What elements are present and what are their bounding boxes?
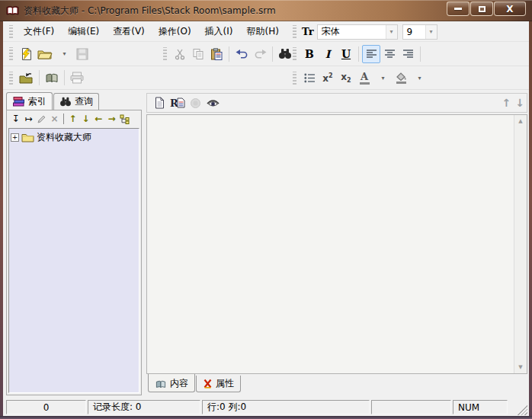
move-down-button[interactable]: ↓ (79, 113, 92, 126)
rtf-record-button[interactable]: R (168, 94, 187, 111)
underline-button[interactable]: U (337, 45, 355, 63)
vertical-scrollbar[interactable]: ▲ ▼ (514, 115, 527, 373)
insert-sibling-button[interactable]: ↦ (22, 113, 35, 126)
menu-edit[interactable]: 编辑(E) (61, 22, 106, 41)
prev-record-button[interactable]: ↑ (502, 97, 511, 109)
align-right-button[interactable] (399, 45, 417, 63)
align-center-button[interactable] (380, 45, 399, 63)
export-folder-button[interactable] (17, 69, 36, 87)
new-record-button[interactable] (151, 94, 168, 111)
font-name-combobox[interactable]: 宋体 ▾ (317, 24, 398, 40)
folder-icon (21, 133, 34, 142)
italic-button[interactable]: I (319, 45, 337, 63)
bullet-list-button[interactable] (300, 69, 319, 87)
font-color-icon: A (360, 72, 370, 85)
delete-node-button[interactable]: × (48, 113, 61, 126)
format-toolbar: B I U (291, 42, 424, 66)
subscript-label: x2 (341, 72, 351, 84)
menu-insert[interactable]: 插入(I) (198, 22, 240, 41)
menu-help[interactable]: 帮助(H) (240, 22, 286, 41)
font-color-dropdown-button[interactable]: ▾ (373, 69, 392, 87)
tab-index[interactable]: 索引 (6, 92, 53, 110)
fill-color-button[interactable] (392, 69, 410, 87)
print-button[interactable] (68, 69, 86, 87)
fontbar-grip[interactable] (293, 25, 296, 38)
tab-content[interactable]: 内容 (148, 374, 195, 392)
scroll-up-button[interactable]: ▲ (514, 115, 527, 127)
redo-button[interactable] (251, 45, 269, 63)
menu-operate[interactable]: 操作(O) (152, 22, 198, 41)
menubar-grip[interactable] (9, 25, 13, 38)
format-toolbar-grip[interactable] (293, 47, 296, 60)
window-controls: X (446, 2, 526, 16)
rtf-icon: R (170, 98, 185, 109)
font-size-dropdown-icon[interactable]: ▾ (425, 25, 437, 39)
standard-toolbar-grip[interactable] (9, 47, 13, 60)
italic-label: I (325, 48, 331, 60)
maximize-icon (479, 6, 486, 12)
resize-grip[interactable] (515, 403, 527, 415)
tree-root-row[interactable]: + 资料收藏大师 (11, 131, 137, 144)
font-name-dropdown-icon[interactable]: ▾ (386, 25, 397, 39)
fill-color-dropdown-button[interactable]: ▾ (410, 69, 428, 87)
toolbar-separator (229, 46, 229, 62)
open-dropdown-button[interactable]: ▾ (55, 45, 73, 63)
move-right-button[interactable]: → (105, 113, 118, 126)
tree-toolbar-separator (63, 114, 64, 124)
close-button[interactable]: X (494, 2, 526, 16)
paste-button[interactable] (207, 45, 226, 63)
move-up-button[interactable]: ↑ (66, 113, 79, 126)
subscript-button[interactable]: x2 (337, 69, 355, 87)
save-record-icon (190, 98, 201, 109)
query-binoculars-icon (59, 97, 72, 107)
superscript-button[interactable]: x2 (319, 69, 337, 87)
index-books-icon (12, 96, 25, 107)
new-file-icon (20, 47, 33, 61)
font-size-combobox[interactable]: 9 ▾ (402, 24, 437, 40)
align-left-button[interactable] (362, 45, 380, 63)
content-editor[interactable]: ▲ ▼ (146, 114, 527, 374)
redo-icon (254, 48, 267, 59)
new-record-icon (155, 97, 165, 109)
rich-format-grip[interactable] (293, 72, 296, 85)
rename-button[interactable] (35, 113, 48, 126)
move-left-button[interactable]: ← (92, 113, 105, 126)
status-bar: 0 记录长度: 0 行:0 列:0 NUM (3, 399, 529, 416)
new-file-button[interactable] (17, 45, 35, 63)
minimize-button[interactable] (447, 2, 470, 16)
copy-button[interactable] (189, 45, 207, 63)
bold-button[interactable]: B (300, 45, 319, 63)
stack-room-button[interactable] (43, 69, 61, 87)
tab-properties[interactable]: 属性 (196, 376, 241, 392)
underline-label: U (341, 48, 351, 60)
secondary-toolbar: x2 x2 A ▾ ▾ (3, 66, 529, 90)
cut-button[interactable] (171, 45, 189, 63)
menu-view[interactable]: 查看(V) (106, 22, 152, 41)
index-tree[interactable]: + 资料收藏大师 (8, 128, 139, 393)
expand-levels-button[interactable] (118, 113, 131, 126)
tab-query-label: 查询 (75, 95, 93, 108)
tab-index-label: 索引 (28, 95, 46, 108)
tree-expand-icon[interactable]: + (11, 133, 19, 142)
menu-file[interactable]: 文件(F) (17, 22, 61, 41)
font-color-button[interactable]: A (355, 69, 373, 87)
next-record-button[interactable]: ↓ (515, 97, 524, 109)
tree-root-label[interactable]: 资料收藏大师 (37, 131, 91, 144)
edit-toolbar-grip[interactable] (163, 47, 167, 60)
save-record-button[interactable] (187, 94, 204, 111)
align-center-icon (384, 49, 396, 59)
secondary-toolbar-grip[interactable] (9, 72, 13, 85)
window-frame-right (529, 21, 532, 416)
status-row-col: 行:0 列:0 (202, 400, 370, 414)
open-folder-icon (37, 48, 53, 60)
maximize-button[interactable] (470, 2, 493, 16)
preview-button[interactable] (204, 94, 222, 111)
toolbar-separator (39, 70, 40, 85)
save-button[interactable] (73, 45, 91, 63)
undo-button[interactable] (232, 45, 251, 63)
tab-query[interactable]: 查询 (53, 93, 99, 110)
bold-label: B (305, 48, 314, 60)
scroll-down-button[interactable]: ▼ (514, 361, 527, 373)
insert-child-button[interactable]: ↧ (9, 113, 22, 126)
open-file-button[interactable] (35, 45, 55, 63)
